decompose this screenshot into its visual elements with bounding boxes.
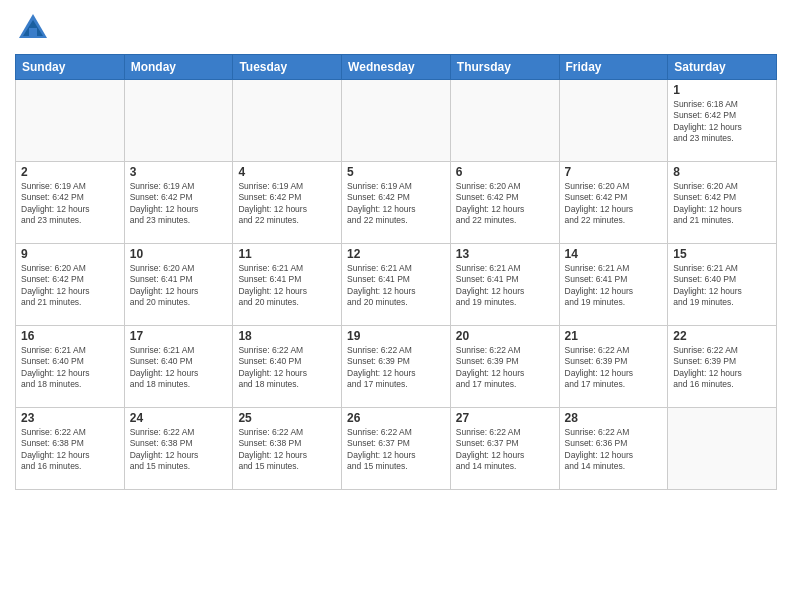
calendar-table: SundayMondayTuesdayWednesdayThursdayFrid… [15,54,777,490]
calendar-week: 9Sunrise: 6:20 AM Sunset: 6:42 PM Daylig… [16,244,777,326]
day-number: 28 [565,411,663,425]
calendar-cell: 13Sunrise: 6:21 AM Sunset: 6:41 PM Dayli… [450,244,559,326]
calendar-cell: 14Sunrise: 6:21 AM Sunset: 6:41 PM Dayli… [559,244,668,326]
day-number: 16 [21,329,119,343]
day-info: Sunrise: 6:20 AM Sunset: 6:42 PM Dayligh… [456,181,554,227]
calendar-cell: 18Sunrise: 6:22 AM Sunset: 6:40 PM Dayli… [233,326,342,408]
day-info: Sunrise: 6:19 AM Sunset: 6:42 PM Dayligh… [238,181,336,227]
day-number: 9 [21,247,119,261]
day-info: Sunrise: 6:21 AM Sunset: 6:40 PM Dayligh… [130,345,228,391]
day-info: Sunrise: 6:22 AM Sunset: 6:38 PM Dayligh… [238,427,336,473]
day-info: Sunrise: 6:22 AM Sunset: 6:40 PM Dayligh… [238,345,336,391]
day-info: Sunrise: 6:20 AM Sunset: 6:42 PM Dayligh… [565,181,663,227]
calendar-cell [124,80,233,162]
calendar-week: 2Sunrise: 6:19 AM Sunset: 6:42 PM Daylig… [16,162,777,244]
day-info: Sunrise: 6:21 AM Sunset: 6:41 PM Dayligh… [565,263,663,309]
logo [15,10,55,46]
weekday-header: Tuesday [233,55,342,80]
day-number: 17 [130,329,228,343]
day-info: Sunrise: 6:22 AM Sunset: 6:37 PM Dayligh… [456,427,554,473]
day-number: 8 [673,165,771,179]
day-number: 25 [238,411,336,425]
day-info: Sunrise: 6:22 AM Sunset: 6:39 PM Dayligh… [565,345,663,391]
day-info: Sunrise: 6:21 AM Sunset: 6:41 PM Dayligh… [238,263,336,309]
day-number: 4 [238,165,336,179]
day-info: Sunrise: 6:18 AM Sunset: 6:42 PM Dayligh… [673,99,771,145]
day-number: 1 [673,83,771,97]
calendar-cell: 11Sunrise: 6:21 AM Sunset: 6:41 PM Dayli… [233,244,342,326]
calendar-cell: 2Sunrise: 6:19 AM Sunset: 6:42 PM Daylig… [16,162,125,244]
day-info: Sunrise: 6:19 AM Sunset: 6:42 PM Dayligh… [130,181,228,227]
calendar-cell: 19Sunrise: 6:22 AM Sunset: 6:39 PM Dayli… [342,326,451,408]
calendar-cell [668,408,777,490]
day-info: Sunrise: 6:19 AM Sunset: 6:42 PM Dayligh… [21,181,119,227]
day-info: Sunrise: 6:22 AM Sunset: 6:36 PM Dayligh… [565,427,663,473]
calendar-week: 16Sunrise: 6:21 AM Sunset: 6:40 PM Dayli… [16,326,777,408]
calendar-cell: 7Sunrise: 6:20 AM Sunset: 6:42 PM Daylig… [559,162,668,244]
calendar-cell: 5Sunrise: 6:19 AM Sunset: 6:42 PM Daylig… [342,162,451,244]
day-number: 7 [565,165,663,179]
day-number: 24 [130,411,228,425]
weekday-header: Wednesday [342,55,451,80]
day-number: 19 [347,329,445,343]
day-number: 12 [347,247,445,261]
weekday-row: SundayMondayTuesdayWednesdayThursdayFrid… [16,55,777,80]
header [15,10,777,46]
day-number: 27 [456,411,554,425]
day-info: Sunrise: 6:20 AM Sunset: 6:41 PM Dayligh… [130,263,228,309]
calendar-cell [342,80,451,162]
day-number: 5 [347,165,445,179]
day-number: 23 [21,411,119,425]
calendar-cell [233,80,342,162]
day-number: 18 [238,329,336,343]
calendar-cell: 22Sunrise: 6:22 AM Sunset: 6:39 PM Dayli… [668,326,777,408]
calendar-cell: 28Sunrise: 6:22 AM Sunset: 6:36 PM Dayli… [559,408,668,490]
weekday-header: Friday [559,55,668,80]
calendar-cell: 21Sunrise: 6:22 AM Sunset: 6:39 PM Dayli… [559,326,668,408]
calendar-cell [16,80,125,162]
calendar-cell: 4Sunrise: 6:19 AM Sunset: 6:42 PM Daylig… [233,162,342,244]
calendar-cell: 15Sunrise: 6:21 AM Sunset: 6:40 PM Dayli… [668,244,777,326]
calendar-cell: 16Sunrise: 6:21 AM Sunset: 6:40 PM Dayli… [16,326,125,408]
svg-rect-2 [29,28,37,38]
calendar-cell: 20Sunrise: 6:22 AM Sunset: 6:39 PM Dayli… [450,326,559,408]
day-number: 21 [565,329,663,343]
calendar-cell: 25Sunrise: 6:22 AM Sunset: 6:38 PM Dayli… [233,408,342,490]
calendar-cell [450,80,559,162]
calendar-cell: 9Sunrise: 6:20 AM Sunset: 6:42 PM Daylig… [16,244,125,326]
calendar-cell: 1Sunrise: 6:18 AM Sunset: 6:42 PM Daylig… [668,80,777,162]
day-info: Sunrise: 6:22 AM Sunset: 6:39 PM Dayligh… [347,345,445,391]
day-info: Sunrise: 6:19 AM Sunset: 6:42 PM Dayligh… [347,181,445,227]
calendar-cell [559,80,668,162]
day-info: Sunrise: 6:21 AM Sunset: 6:41 PM Dayligh… [456,263,554,309]
day-number: 22 [673,329,771,343]
calendar-cell: 12Sunrise: 6:21 AM Sunset: 6:41 PM Dayli… [342,244,451,326]
calendar-cell: 3Sunrise: 6:19 AM Sunset: 6:42 PM Daylig… [124,162,233,244]
day-number: 3 [130,165,228,179]
weekday-header: Monday [124,55,233,80]
day-info: Sunrise: 6:22 AM Sunset: 6:38 PM Dayligh… [21,427,119,473]
calendar-body: 1Sunrise: 6:18 AM Sunset: 6:42 PM Daylig… [16,80,777,490]
day-number: 10 [130,247,228,261]
weekday-header: Sunday [16,55,125,80]
calendar-week: 1Sunrise: 6:18 AM Sunset: 6:42 PM Daylig… [16,80,777,162]
calendar-cell: 27Sunrise: 6:22 AM Sunset: 6:37 PM Dayli… [450,408,559,490]
day-number: 26 [347,411,445,425]
day-number: 11 [238,247,336,261]
calendar-week: 23Sunrise: 6:22 AM Sunset: 6:38 PM Dayli… [16,408,777,490]
day-info: Sunrise: 6:22 AM Sunset: 6:39 PM Dayligh… [456,345,554,391]
weekday-header: Thursday [450,55,559,80]
day-info: Sunrise: 6:21 AM Sunset: 6:40 PM Dayligh… [21,345,119,391]
day-info: Sunrise: 6:21 AM Sunset: 6:41 PM Dayligh… [347,263,445,309]
day-info: Sunrise: 6:21 AM Sunset: 6:40 PM Dayligh… [673,263,771,309]
day-info: Sunrise: 6:20 AM Sunset: 6:42 PM Dayligh… [21,263,119,309]
day-number: 14 [565,247,663,261]
day-info: Sunrise: 6:20 AM Sunset: 6:42 PM Dayligh… [673,181,771,227]
calendar-header: SundayMondayTuesdayWednesdayThursdayFrid… [16,55,777,80]
weekday-header: Saturday [668,55,777,80]
day-number: 15 [673,247,771,261]
calendar-cell: 24Sunrise: 6:22 AM Sunset: 6:38 PM Dayli… [124,408,233,490]
day-number: 6 [456,165,554,179]
day-number: 20 [456,329,554,343]
day-info: Sunrise: 6:22 AM Sunset: 6:39 PM Dayligh… [673,345,771,391]
